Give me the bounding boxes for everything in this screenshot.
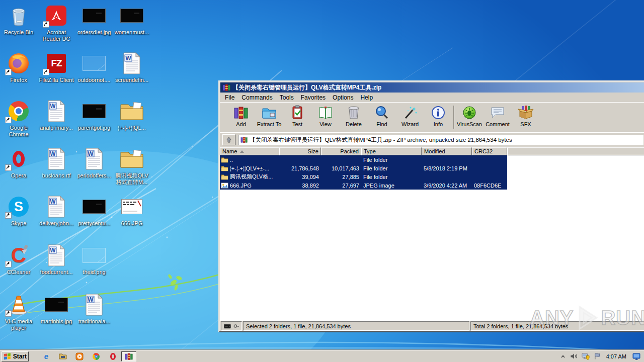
- toolbar-label: Comment: [486, 121, 510, 127]
- desktop-icon-666jpg[interactable]: 666.JPG: [113, 194, 150, 227]
- desktop-icon-firefox[interactable]: Firefox: [0, 51, 37, 83]
- word-document-icon: [85, 148, 103, 170]
- desktop-icon-chrome[interactable]: Google Chrome: [0, 99, 37, 138]
- extract-to-button[interactable]: Extract To: [255, 104, 283, 132]
- address-bar[interactable]: 【关闭杀毒右键管理员运行】QLV格式直转MP4工具.zip - ZIP arch…: [238, 135, 643, 145]
- desktop-icon-skype[interactable]: S Skype: [0, 194, 37, 227]
- desktop-icon-recycle-bin[interactable]: Recycle Bin: [0, 3, 37, 36]
- desktop-icon-screendefin[interactable]: screendefin...: [113, 51, 150, 83]
- winrar-task-button[interactable]: [121, 351, 136, 361]
- taskbar-clock[interactable]: 4:07 AM: [604, 353, 628, 359]
- desktop-icon-outdoornot[interactable]: outdoornot....: [75, 51, 113, 83]
- column-header-type[interactable]: Type: [361, 147, 422, 155]
- media-player-icon[interactable]: [75, 352, 84, 360]
- file-row-tencent-folder[interactable]: 腾讯视频QLV格... 39,094 27,885 File folder: [220, 172, 507, 181]
- title-bar[interactable]: 【关闭杀毒右键管理员运行】QLV格式直转MP4工具.zip: [220, 82, 644, 93]
- opera-taskbar-icon[interactable]: [109, 352, 117, 360]
- virusscan-button[interactable]: VirusScan: [455, 104, 484, 132]
- desktop-icon-label: traditionala...: [75, 318, 113, 325]
- find-button[interactable]: Find: [368, 104, 396, 132]
- action-center-flag-icon[interactable]: [594, 352, 600, 360]
- column-header-name[interactable]: Name: [220, 147, 279, 155]
- desktop-icon-qlv-folder[interactable]: ¦+-¦-+¦¦QL...: [113, 99, 150, 131]
- desktop-icon-label: parentgot.jpg: [75, 125, 113, 131]
- view-button[interactable]: View: [311, 104, 340, 132]
- extract-folder-icon: [261, 105, 277, 121]
- desktop-icon-vlc[interactable]: VLC media player: [0, 292, 37, 331]
- toolbar-label: Info: [434, 121, 443, 127]
- up-one-level-button[interactable]: [222, 134, 235, 145]
- desktop-icon-ccleaner[interactable]: C CCleaner: [0, 243, 37, 276]
- comment-button[interactable]: Comment: [484, 104, 512, 132]
- desktop-icon-label: Recycle Bin: [0, 29, 37, 36]
- start-button[interactable]: Start: [2, 351, 29, 361]
- shortcut-arrow-icon: [5, 310, 12, 317]
- show-hidden-icons-chevron[interactable]: [560, 353, 566, 359]
- column-header-packed[interactable]: Packed: [321, 147, 361, 155]
- desktop-icon-label: screendefin...: [113, 77, 150, 83]
- toolbar-label: Test: [292, 121, 302, 127]
- desktop-icon-deliveryjohn[interactable]: deliveryjohn...: [38, 194, 75, 227]
- wizard-button[interactable]: Wizard: [396, 104, 424, 132]
- word-document-icon: [85, 294, 103, 316]
- column-header-crc32[interactable]: CRC32: [472, 147, 507, 155]
- desktop-icon-parentgot[interactable]: parentgot.jpg: [75, 99, 113, 131]
- sfx-box-icon: [518, 105, 534, 121]
- info-button[interactable]: Info: [424, 104, 452, 132]
- toolbar-label: Extract To: [257, 121, 282, 127]
- add-button[interactable]: Add: [227, 104, 255, 132]
- desktop-icon-womenmust[interactable]: womenmust...: [113, 3, 150, 36]
- desktop-icon-foodcurrent[interactable]: foodcurrent...: [38, 243, 75, 276]
- file-row-qlv-folder[interactable]: ¦+-¦-+¦¦QLV+±-... 21,786,548 10,017,463 …: [220, 164, 507, 172]
- desktop-icon-opera[interactable]: Opera: [0, 146, 37, 179]
- desktop-icon-filezilla[interactable]: FZ FileZilla Client: [38, 51, 75, 83]
- desktop-icon-ordersdiet[interactable]: ordersdiet.jpg: [75, 3, 113, 36]
- word-document-icon: [47, 244, 65, 266]
- quick-launch: e: [42, 352, 117, 360]
- delete-button[interactable]: Delete: [340, 104, 368, 132]
- start-label: Start: [13, 353, 27, 360]
- desktop-icon-busloans[interactable]: busloans.rtf: [38, 146, 75, 179]
- desktop-icon-traditionala[interactable]: traditionala...: [75, 292, 113, 325]
- show-desktop-icon[interactable]: [632, 352, 641, 360]
- internet-explorer-icon[interactable]: e: [42, 352, 50, 360]
- menu-options[interactable]: Options: [329, 94, 357, 102]
- desktop-icon-analprimary[interactable]: analprimary...: [38, 99, 75, 131]
- menu-help[interactable]: Help: [357, 94, 376, 102]
- recycle-bin-icon: [8, 4, 29, 27]
- desktop-icon-tencent-folder[interactable]: 腾讯视频QLV格式直转M...: [113, 146, 150, 186]
- image-thumbnail-icon: [120, 9, 143, 23]
- desktop-icon-theid[interactable]: theid.png: [75, 243, 113, 276]
- filezilla-icon: FZ: [47, 54, 66, 73]
- column-header-modified[interactable]: Modified: [422, 147, 472, 155]
- column-header-size[interactable]: Size: [279, 147, 321, 155]
- desktop-icon-label: Firefox: [0, 77, 37, 83]
- test-button[interactable]: Test: [283, 104, 311, 132]
- toolbar-label: Wizard: [401, 121, 419, 127]
- desktop-icon-periodoffers[interactable]: periodoffers...: [75, 146, 113, 179]
- desktop-icon-martinhis[interactable]: martinhis.jpg: [38, 292, 75, 325]
- menu-file[interactable]: File: [221, 94, 238, 102]
- up-arrow-icon: [225, 136, 232, 143]
- explorer-folder-icon[interactable]: [59, 352, 67, 360]
- menu-favorites[interactable]: Favorites: [297, 94, 329, 102]
- sfx-button[interactable]: SFX: [512, 104, 540, 132]
- word-document-icon: [47, 196, 65, 218]
- volume-icon[interactable]: [570, 353, 578, 359]
- file-row-parent[interactable]: .. File folder: [220, 155, 507, 164]
- desktop-icon-label: Skype: [0, 220, 37, 227]
- image-thumbnail-icon: [45, 298, 68, 312]
- desktop-icon-label: periodoffers...: [75, 172, 113, 179]
- menu-tools[interactable]: Tools: [276, 94, 297, 102]
- folder-icon: [221, 157, 228, 163]
- menu-commands[interactable]: Commands: [238, 94, 276, 102]
- desktop-icon-prettycentu[interactable]: prettycentu...: [75, 194, 113, 227]
- toolbar-label: View: [319, 121, 332, 127]
- file-row-666jpg[interactable]: 666.JPG 38,892 27,697 JPEG image 3/9/202…: [220, 181, 507, 190]
- find-magnifier-icon: [374, 105, 390, 121]
- info-icon: [430, 105, 446, 121]
- network-status-icon[interactable]: [582, 352, 590, 360]
- desktop-icon-label: Acrobat Reader DC: [38, 29, 75, 42]
- chrome-taskbar-icon[interactable]: [92, 352, 100, 360]
- desktop-icon-acrobat[interactable]: Acrobat Reader DC: [38, 3, 75, 42]
